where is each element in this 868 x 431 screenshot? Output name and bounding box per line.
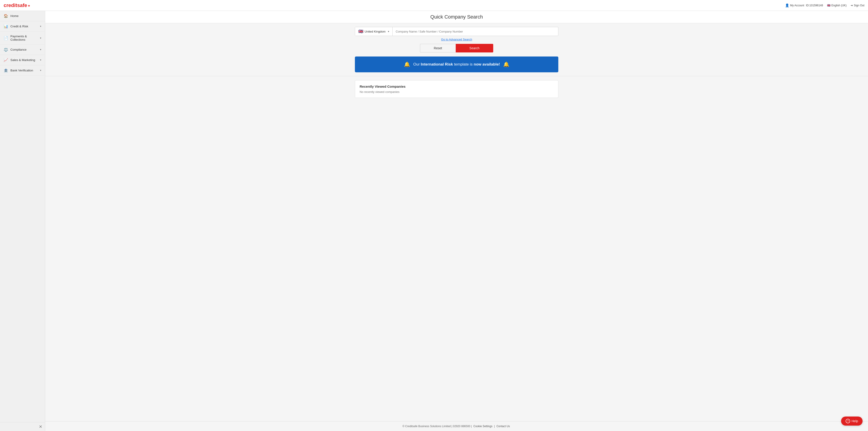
country-selector[interactable]: 🇬🇧 United Kingdom ▾ — [355, 27, 393, 36]
banner-text-part1: Our — [413, 62, 421, 66]
payments-icon: 📄 — [4, 36, 8, 40]
logo-name-part1: credit — [4, 2, 17, 8]
sidebar: 🏠 Home 📊 Credit & Risk ▾ 📄 Payments & Co… — [0, 11, 45, 431]
sales-icon: 📈 — [4, 58, 8, 62]
sidebar-item-compliance[interactable]: ⚖️ Compliance ▾ — [0, 44, 45, 55]
footer: © Creditsafe Business Solutions Limited … — [45, 421, 868, 431]
bell-right-icon: 🔔 — [503, 61, 509, 67]
sidebar-item-label: Sales & Marketing — [10, 58, 35, 62]
chevron-down-icon: ▾ — [40, 59, 41, 61]
chevron-down-icon: ▾ — [40, 25, 41, 28]
sidebar-close-button[interactable]: ✕ — [0, 422, 45, 431]
compliance-icon: ⚖️ — [4, 48, 8, 52]
recently-viewed-section: Recently Viewed Companies No recently vi… — [355, 80, 558, 98]
chevron-down-icon: ▾ — [40, 69, 41, 72]
bell-left-icon: 🔔 — [404, 61, 410, 67]
cookie-settings-link[interactable]: Cookie Settings — [473, 425, 492, 428]
main-content: Quick Company Search 🇬🇧 United Kingdom ▾… — [45, 11, 868, 431]
top-nav-actions: 👤 My Account ID:101596148 🇬🇧 English (UK… — [785, 3, 865, 7]
banner-highlight1: International Risk — [421, 62, 453, 66]
signout-label: Sign Out — [854, 4, 864, 7]
advanced-search-link[interactable]: Go to Advanced Search — [355, 38, 558, 41]
sidebar-item-label: Payments & Collections — [10, 35, 40, 41]
signout-link[interactable]: ➜ Sign Out — [850, 4, 864, 7]
logo-spark: ✦ — [28, 4, 30, 8]
logo[interactable]: creditsafe✦ — [4, 2, 30, 8]
bank-icon: 🏦 — [4, 68, 8, 72]
credit-risk-icon: 📊 — [4, 24, 8, 29]
chevron-down-icon: ▾ — [40, 48, 41, 51]
sidebar-item-home[interactable]: 🏠 Home — [0, 11, 45, 21]
logo-text: creditsafe✦ — [4, 2, 30, 8]
country-name: United Kingdom — [365, 30, 385, 33]
banner-text-part2: template is — [453, 62, 474, 66]
sidebar-item-label: Credit & Risk — [10, 25, 28, 28]
flag-icon: 🇬🇧 — [827, 4, 831, 7]
content-wrapper: Recently Viewed Companies No recently vi… — [45, 76, 868, 421]
help-button[interactable]: ? Help — [841, 417, 863, 426]
search-bar: 🇬🇧 United Kingdom ▾ — [355, 27, 558, 36]
banner-text: Our International Risk template is now a… — [413, 62, 500, 67]
chevron-down-icon: ▾ — [388, 30, 389, 33]
sidebar-item-payments-collections[interactable]: 📄 Payments & Collections ▾ — [0, 32, 45, 44]
help-circle-icon: ? — [846, 419, 850, 423]
recently-viewed-empty: No recently viewed companies — [360, 90, 554, 94]
sidebar-item-sales-marketing[interactable]: 📈 Sales & Marketing ▾ — [0, 55, 45, 65]
sidebar-item-label: Compliance — [10, 48, 26, 51]
search-area: 🇬🇧 United Kingdom ▾ Go to Advanced Searc… — [45, 23, 868, 76]
sidebar-item-label: Home — [10, 14, 19, 18]
search-buttons: Reset Search — [355, 44, 558, 53]
help-label: Help — [851, 419, 858, 423]
my-account-link[interactable]: 👤 My Account ID:101596148 — [785, 3, 823, 7]
account-icon: 👤 — [785, 3, 789, 7]
contact-us-link[interactable]: Contact Us — [496, 425, 510, 428]
language-label: English (UK) — [831, 4, 846, 7]
logo-name-part2: safe — [17, 2, 27, 8]
my-account-label: My Account — [790, 4, 804, 7]
language-link[interactable]: 🇬🇧 English (UK) — [827, 4, 846, 7]
close-icon: ✕ — [39, 424, 42, 429]
footer-copyright: © Creditsafe Business Solutions Limited … — [402, 425, 472, 428]
home-icon: 🏠 — [4, 14, 8, 18]
page-title: Quick Company Search — [45, 14, 868, 20]
account-id: ID:101596148 — [806, 4, 823, 7]
sidebar-item-credit-risk[interactable]: 📊 Credit & Risk ▾ — [0, 21, 45, 32]
sidebar-item-label: Bank Verification — [10, 69, 33, 72]
top-navbar: creditsafe✦ 👤 My Account ID:101596148 🇬🇧… — [0, 0, 868, 11]
recently-viewed-title: Recently Viewed Companies — [360, 85, 554, 88]
sidebar-item-bank-verification[interactable]: 🏦 Bank Verification ▾ — [0, 65, 45, 76]
chevron-down-icon: ▾ — [40, 37, 41, 39]
country-flag: 🇬🇧 — [358, 29, 363, 34]
signout-icon: ➜ — [850, 4, 853, 7]
search-input[interactable] — [393, 28, 558, 35]
announcement-banner: 🔔 Our International Risk template is now… — [355, 57, 558, 72]
page-header: Quick Company Search — [45, 11, 868, 23]
search-button[interactable]: Search — [456, 44, 493, 53]
reset-button[interactable]: Reset — [420, 44, 456, 53]
banner-highlight2: now available! — [474, 62, 500, 66]
